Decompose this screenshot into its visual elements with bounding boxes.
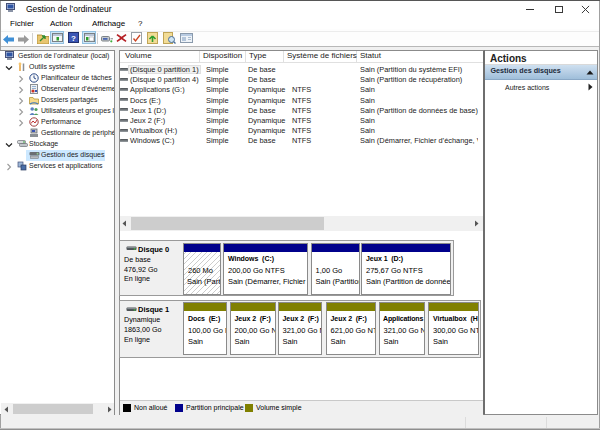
- svg-text:?: ?: [71, 34, 76, 43]
